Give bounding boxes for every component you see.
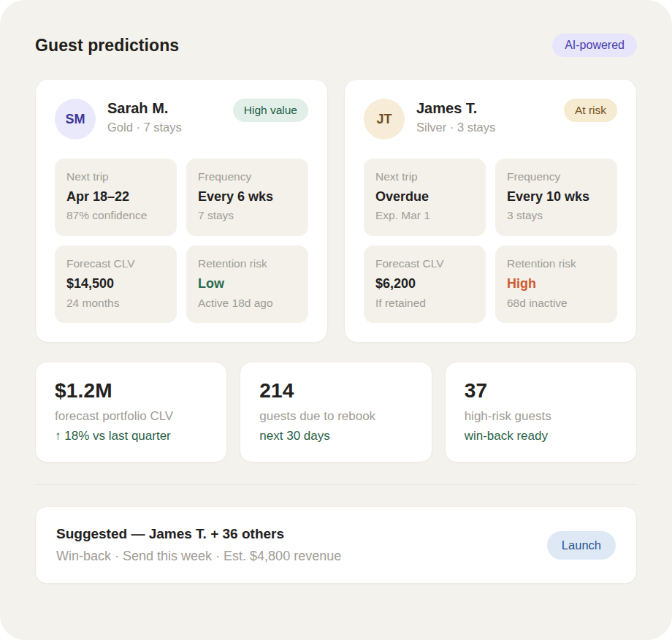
tile-label: Frequency xyxy=(198,169,297,185)
tile-label: Retention risk xyxy=(198,256,297,272)
guest-card-sarah[interactable]: SM Sarah M. Gold · 7 stays High value Ne… xyxy=(35,79,328,343)
status-badge: High value xyxy=(233,99,308,122)
panel-header: Guest predictions AI-powered xyxy=(35,34,637,57)
tile-sub: 24 months xyxy=(66,296,165,311)
page-title: Guest predictions xyxy=(35,36,179,56)
trend-up-icon: ↑ xyxy=(55,429,61,443)
tile-value: Apr 18–22 xyxy=(66,188,165,205)
stat-value: 214 xyxy=(259,379,412,403)
stat-card-portfolio-clv: $1.2M forecast portfolio CLV ↑ 18% vs la… xyxy=(35,362,227,462)
stat-highlight-text: 18% vs last quarter xyxy=(64,429,171,443)
avatar-initials: SM xyxy=(66,112,85,127)
stat-value: $1.2M xyxy=(55,379,207,403)
tile-sub: 3 stays xyxy=(507,208,606,224)
tile-value: $14,500 xyxy=(66,275,165,292)
stat-label: guests due to rebook xyxy=(259,409,412,424)
avatar-initials: JT xyxy=(376,112,392,127)
tile-label: Next trip xyxy=(375,169,474,185)
tile-value: Every 6 wks xyxy=(198,188,297,205)
tile-value: High xyxy=(507,275,606,292)
stat-highlight: win-back ready xyxy=(465,429,617,443)
tile-label: Forecast CLV xyxy=(375,256,474,272)
summary-stat-grid: $1.2M forecast portfolio CLV ↑ 18% vs la… xyxy=(35,362,637,462)
tile-frequency: Frequency Every 6 wks 7 stays xyxy=(186,159,308,236)
guest-identity: Sarah M. Gold · 7 stays xyxy=(107,99,182,134)
guest-tier: Silver · 3 stays xyxy=(416,121,495,134)
stat-label: forecast portfolio CLV xyxy=(55,409,207,424)
guest-tier: Gold · 7 stays xyxy=(107,121,182,134)
tile-label: Frequency xyxy=(507,169,606,185)
stat-label: high-risk guests xyxy=(465,409,617,424)
suggestion-text: Suggested — James T. + 36 others Win-bac… xyxy=(56,526,341,564)
tile-sub: Active 18d ago xyxy=(198,296,297,311)
status-badge: At risk xyxy=(564,99,617,122)
tile-sub: Exp. Mar 1 xyxy=(375,208,474,224)
suggestion-title: Suggested — James T. + 36 others xyxy=(56,526,341,542)
tile-value: $6,200 xyxy=(375,275,474,292)
tile-label: Forecast CLV xyxy=(66,256,165,272)
guest-name: Sarah M. xyxy=(107,100,182,117)
tile-value: Low xyxy=(198,275,297,292)
suggested-campaign-card: Suggested — James T. + 36 others Win-bac… xyxy=(35,506,637,584)
avatar: JT xyxy=(364,99,405,140)
tile-value: Every 10 wks xyxy=(507,188,606,205)
guest-header: JT James T. Silver · 3 stays At risk xyxy=(364,99,617,140)
tile-label: Next trip xyxy=(66,169,165,185)
launch-button[interactable]: Launch xyxy=(547,531,616,560)
tile-next-trip: Next trip Overdue Exp. Mar 1 xyxy=(364,159,486,236)
tile-label: Retention risk xyxy=(507,256,606,272)
tile-sub: 68d inactive xyxy=(507,296,606,311)
tile-next-trip: Next trip Apr 18–22 87% confidence xyxy=(55,159,177,236)
guest-header: SM Sarah M. Gold · 7 stays High value xyxy=(55,99,308,140)
guest-card-james[interactable]: JT James T. Silver · 3 stays At risk Nex… xyxy=(344,79,637,343)
guest-predictions-panel: Guest predictions AI-powered SM Sarah M.… xyxy=(0,0,672,640)
tile-sub: 7 stays xyxy=(198,208,297,224)
stat-card-due-to-rebook: 214 guests due to rebook next 30 days xyxy=(240,362,432,462)
tile-sub: If retained xyxy=(375,296,474,311)
tile-retention-risk: Retention risk High 68d inactive xyxy=(495,245,617,323)
suggestion-subtitle: Win-back · Send this week · Est. $4,800 … xyxy=(56,549,341,564)
ai-powered-badge: AI-powered xyxy=(552,34,637,57)
tile-forecast-clv: Forecast CLV $6,200 If retained xyxy=(364,245,486,323)
tile-retention-risk: Retention risk Low Active 18d ago xyxy=(186,245,308,323)
tile-frequency: Frequency Every 10 wks 3 stays xyxy=(495,159,617,236)
prediction-tile-grid: Next trip Overdue Exp. Mar 1 Frequency E… xyxy=(364,159,617,323)
guest-name: James T. xyxy=(416,100,495,117)
guest-card-grid: SM Sarah M. Gold · 7 stays High value Ne… xyxy=(35,79,637,343)
stat-highlight: next 30 days xyxy=(259,429,412,443)
prediction-tile-grid: Next trip Apr 18–22 87% confidence Frequ… xyxy=(55,159,308,323)
stat-highlight: ↑ 18% vs last quarter xyxy=(55,429,207,443)
avatar: SM xyxy=(55,99,96,140)
tile-sub: 87% confidence xyxy=(66,208,165,224)
tile-forecast-clv: Forecast CLV $14,500 24 months xyxy=(55,245,177,323)
section-divider xyxy=(35,484,637,485)
guest-identity: James T. Silver · 3 stays xyxy=(416,99,495,134)
stat-card-high-risk: 37 high-risk guests win-back ready xyxy=(445,362,637,462)
tile-value: Overdue xyxy=(375,188,474,205)
stat-value: 37 xyxy=(465,379,617,403)
